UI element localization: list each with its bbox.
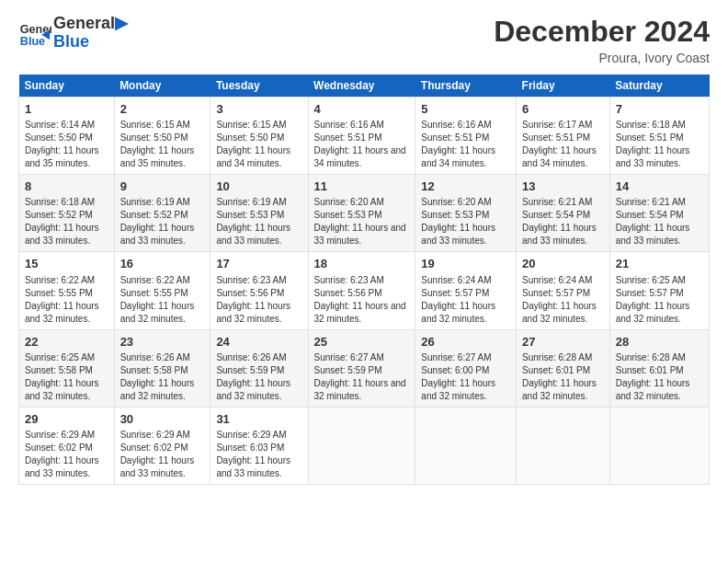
day-number: 1 [25, 101, 108, 118]
daylight: Daylight: 11 hours and 35 minutes. [120, 145, 195, 168]
calendar-day-cell: 26Sunrise: 6:27 AMSunset: 6:00 PMDayligh… [415, 329, 517, 407]
day-number: 27 [522, 334, 604, 350]
day-number: 7 [616, 101, 703, 118]
location: Proura, Ivory Coast [494, 51, 710, 65]
daylight: Daylight: 11 hours and 32 minutes. [314, 301, 406, 324]
calendar-day-cell: 20Sunrise: 6:24 AMSunset: 5:57 PMDayligh… [517, 252, 610, 329]
daylight: Daylight: 11 hours and 32 minutes. [616, 301, 690, 324]
daylight: Daylight: 11 hours and 32 minutes. [314, 378, 406, 401]
day-number: 4 [314, 101, 410, 118]
daylight: Daylight: 11 hours and 32 minutes. [421, 301, 495, 324]
sunset: Sunset: 5:55 PM [120, 288, 188, 298]
calendar-day-cell: 18Sunrise: 6:23 AMSunset: 5:56 PMDayligh… [308, 252, 415, 329]
sunrise: Sunrise: 6:27 AM [421, 352, 491, 362]
calendar-day-cell: 16Sunrise: 6:22 AMSunset: 5:55 PMDayligh… [114, 252, 210, 329]
title-block: December 2024 Proura, Ivory Coast [494, 15, 710, 65]
sunset: Sunset: 5:51 PM [522, 132, 590, 143]
daylight: Daylight: 11 hours and 32 minutes. [25, 301, 99, 324]
day-number: 10 [216, 178, 301, 195]
daylight: Daylight: 11 hours and 32 minutes. [421, 378, 495, 401]
sunrise: Sunrise: 6:16 AM [314, 120, 384, 130]
calendar-day-cell: 27Sunrise: 6:28 AMSunset: 6:01 PMDayligh… [517, 329, 610, 407]
sunrise: Sunrise: 6:26 AM [120, 352, 190, 362]
sunrise: Sunrise: 6:15 AM [120, 120, 190, 130]
calendar-day-cell: 19Sunrise: 6:24 AMSunset: 5:57 PMDayligh… [415, 252, 517, 329]
calendar-day-cell: 17Sunrise: 6:23 AMSunset: 5:56 PMDayligh… [210, 252, 308, 329]
calendar-day-cell: 4Sunrise: 6:16 AMSunset: 5:51 PMDaylight… [308, 98, 415, 175]
calendar-week-row: 29Sunrise: 6:29 AMSunset: 6:02 PMDayligh… [19, 407, 710, 484]
day-number: 29 [25, 411, 108, 428]
calendar-day-cell: 24Sunrise: 6:26 AMSunset: 5:59 PMDayligh… [210, 329, 308, 407]
day-number: 31 [216, 411, 301, 428]
day-number: 12 [421, 178, 510, 195]
daylight: Daylight: 11 hours and 33 minutes. [616, 223, 690, 246]
calendar-day-cell: 9Sunrise: 6:19 AMSunset: 5:52 PMDaylight… [114, 175, 210, 252]
sunset: Sunset: 5:53 PM [421, 210, 489, 220]
daylight: Daylight: 11 hours and 32 minutes. [120, 301, 195, 324]
daylight: Daylight: 11 hours and 32 minutes. [616, 378, 690, 401]
sunrise: Sunrise: 6:28 AM [616, 352, 686, 362]
sunset: Sunset: 5:51 PM [421, 132, 489, 143]
sunset: Sunset: 5:56 PM [216, 288, 284, 298]
header-tuesday: Tuesday [210, 75, 308, 98]
calendar-day-cell: 15Sunrise: 6:22 AMSunset: 5:55 PMDayligh… [19, 252, 115, 329]
sunset: Sunset: 5:54 PM [522, 210, 590, 220]
sunset: Sunset: 5:51 PM [314, 132, 382, 143]
sunrise: Sunrise: 6:22 AM [120, 275, 190, 285]
calendar-day-cell: 1Sunrise: 6:14 AMSunset: 5:50 PMDaylight… [19, 98, 115, 175]
calendar-week-row: 1Sunrise: 6:14 AMSunset: 5:50 PMDaylight… [19, 98, 710, 175]
day-number: 23 [120, 334, 205, 350]
sunrise: Sunrise: 6:14 AM [25, 120, 95, 130]
sunset: Sunset: 5:54 PM [616, 210, 684, 220]
daylight: Daylight: 11 hours and 34 minutes. [216, 145, 290, 168]
sunrise: Sunrise: 6:16 AM [421, 120, 491, 130]
sunrise: Sunrise: 6:19 AM [120, 197, 190, 207]
calendar-body: 1Sunrise: 6:14 AMSunset: 5:50 PMDaylight… [19, 98, 710, 485]
sunset: Sunset: 6:02 PM [25, 442, 93, 453]
daylight: Daylight: 11 hours and 33 minutes. [216, 455, 290, 478]
day-number: 22 [25, 334, 108, 350]
sunset: Sunset: 5:57 PM [616, 288, 684, 298]
header: General Blue General▶ Blue December 2024… [18, 15, 710, 65]
sunset: Sunset: 5:57 PM [421, 288, 489, 298]
day-number: 16 [120, 256, 205, 272]
day-number: 14 [616, 178, 703, 195]
calendar-day-cell: 6Sunrise: 6:17 AMSunset: 5:51 PMDaylight… [517, 98, 610, 175]
sunset: Sunset: 5:55 PM [25, 288, 93, 298]
day-number: 21 [616, 256, 703, 272]
day-number: 26 [421, 334, 510, 350]
sunset: Sunset: 5:53 PM [216, 210, 284, 220]
day-number: 15 [25, 256, 108, 272]
sunrise: Sunrise: 6:29 AM [120, 430, 190, 440]
calendar-day-cell: 13Sunrise: 6:21 AMSunset: 5:54 PMDayligh… [517, 175, 610, 252]
calendar-day-cell: 10Sunrise: 6:19 AMSunset: 5:53 PMDayligh… [210, 175, 308, 252]
sunrise: Sunrise: 6:25 AM [25, 352, 95, 362]
sunrise: Sunrise: 6:28 AM [522, 352, 592, 362]
sunset: Sunset: 6:02 PM [120, 442, 188, 453]
sunrise: Sunrise: 6:29 AM [216, 430, 286, 440]
svg-text:Blue: Blue [20, 34, 45, 47]
calendar-week-row: 8Sunrise: 6:18 AMSunset: 5:52 PMDaylight… [19, 175, 710, 252]
header-wednesday: Wednesday [308, 75, 415, 98]
calendar-table: Sunday Monday Tuesday Wednesday Thursday… [18, 75, 710, 485]
sunset: Sunset: 5:53 PM [314, 210, 382, 220]
day-number: 30 [120, 411, 205, 428]
calendar-day-cell: 2Sunrise: 6:15 AMSunset: 5:50 PMDaylight… [114, 98, 210, 175]
calendar-day-cell: 14Sunrise: 6:21 AMSunset: 5:54 PMDayligh… [609, 175, 709, 252]
logo-blue: Blue [53, 33, 128, 52]
day-number: 5 [421, 101, 510, 118]
day-number: 13 [522, 178, 604, 195]
page-container: General Blue General▶ Blue December 2024… [0, 0, 728, 494]
calendar-week-row: 22Sunrise: 6:25 AMSunset: 5:58 PMDayligh… [19, 329, 710, 407]
sunset: Sunset: 6:01 PM [522, 365, 590, 375]
daylight: Daylight: 11 hours and 32 minutes. [216, 378, 290, 401]
weekday-header-row: Sunday Monday Tuesday Wednesday Thursday… [19, 75, 710, 98]
daylight: Daylight: 11 hours and 33 minutes. [616, 145, 690, 168]
sunrise: Sunrise: 6:20 AM [314, 197, 384, 207]
sunrise: Sunrise: 6:20 AM [421, 197, 491, 207]
sunrise: Sunrise: 6:21 AM [616, 197, 686, 207]
day-number: 2 [120, 101, 205, 118]
calendar-day-cell: 11Sunrise: 6:20 AMSunset: 5:53 PMDayligh… [308, 175, 415, 252]
calendar-week-row: 15Sunrise: 6:22 AMSunset: 5:55 PMDayligh… [19, 252, 710, 329]
sunrise: Sunrise: 6:25 AM [616, 275, 686, 285]
